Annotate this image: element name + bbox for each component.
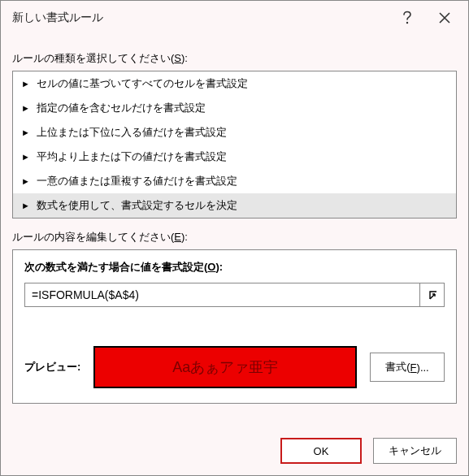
- rule-type-item[interactable]: ►平均より上または下の値だけを書式設定: [13, 145, 456, 169]
- format-preview: Aaあぁアァ亜宇: [93, 346, 357, 388]
- rule-type-accelerator: S: [174, 52, 181, 64]
- format-button[interactable]: 書式(F)...: [370, 353, 445, 382]
- triangle-right-icon: ►: [21, 153, 30, 162]
- format-btn-suffix: )...: [417, 361, 429, 374]
- dialog-new-formatting-rule: 新しい書式ルール ルールの種類を選択してください(S): ►セルの値に基づいてす…: [0, 0, 469, 476]
- rule-type-label-suffix: ):: [181, 52, 188, 64]
- rule-type-listbox[interactable]: ►セルの値に基づいてすべてのセルを書式設定►指定の値を含むセルだけを書式設定►上…: [12, 71, 457, 219]
- cancel-button[interactable]: キャンセル: [373, 438, 457, 464]
- triangle-right-icon: ►: [21, 80, 30, 89]
- titlebar: 新しい書式ルール: [1, 1, 468, 35]
- rule-type-item[interactable]: ►指定の値を含むセルだけを書式設定: [13, 96, 456, 120]
- dialog-content: ルールの種類を選択してください(S): ►セルの値に基づいてすべてのセルを書式設…: [1, 35, 468, 428]
- rule-type-item[interactable]: ►数式を使用して、書式設定するセルを決定: [13, 193, 456, 218]
- rule-edit-fieldset: 次の数式を満たす場合に値を書式設定(O): プレビュー: Aaあぁアァ亜宇: [12, 249, 457, 404]
- rule-edit-label: ルールの内容を編集してください(E):: [12, 230, 457, 244]
- formula-row: [24, 283, 445, 307]
- rule-type-item-label: 一意の値または重複する値だけを書式設定: [37, 174, 237, 188]
- rule-edit-label-prefix: ルールの内容を編集してください(: [12, 231, 174, 243]
- help-icon: [402, 11, 413, 25]
- range-selector-icon: [427, 289, 438, 301]
- rule-type-label-prefix: ルールの種類を選択してください(: [12, 52, 174, 64]
- triangle-right-icon: ►: [21, 177, 30, 186]
- rule-type-item-label: 上位または下位に入る値だけを書式設定: [37, 125, 227, 140]
- rule-edit-label-suffix: ):: [181, 231, 188, 243]
- rule-type-item-label: 指定の値を含むセルだけを書式設定: [37, 101, 206, 115]
- cancel-button-label: キャンセル: [389, 444, 441, 458]
- preview-row: プレビュー: Aaあぁアァ亜宇 書式(F)...: [24, 346, 445, 388]
- rule-type-item-label: セルの値に基づいてすべてのセルを書式設定: [37, 76, 248, 91]
- formula-accelerator: O: [207, 261, 215, 273]
- formula-label-suffix: ):: [215, 261, 223, 273]
- rule-type-label: ルールの種類を選択してください(S):: [12, 51, 457, 66]
- format-btn-accelerator: F: [410, 361, 417, 374]
- format-btn-prefix: 書式(: [385, 360, 410, 374]
- close-icon: [439, 12, 450, 24]
- preview-label: プレビュー:: [24, 360, 80, 374]
- triangle-right-icon: ►: [21, 104, 30, 113]
- rule-type-item-label: 平均より上または下の値だけを書式設定: [37, 149, 227, 164]
- ok-button[interactable]: OK: [280, 438, 362, 464]
- formula-label: 次の数式を満たす場合に値を書式設定(O):: [24, 260, 445, 275]
- rule-type-item-label: 数式を使用して、書式設定するセルを決定: [37, 198, 237, 213]
- rule-type-item[interactable]: ►一意の値または重複する値だけを書式設定: [13, 169, 456, 193]
- formula-label-prefix: 次の数式を満たす場合に値を書式設定(: [24, 261, 207, 273]
- help-button[interactable]: [389, 2, 426, 34]
- svg-point-0: [406, 22, 408, 24]
- range-selector-button[interactable]: [419, 283, 444, 306]
- triangle-right-icon: ►: [21, 201, 30, 210]
- close-button[interactable]: [426, 2, 463, 34]
- dialog-title: 新しい書式ルール: [12, 11, 389, 25]
- formula-input[interactable]: [25, 283, 419, 306]
- preview-sample-text: Aaあぁアァ亜宇: [172, 357, 278, 377]
- ok-button-label: OK: [314, 445, 329, 457]
- rule-edit-accelerator: E: [174, 231, 181, 243]
- rule-type-item[interactable]: ►セルの値に基づいてすべてのセルを書式設定: [13, 71, 456, 96]
- triangle-right-icon: ►: [21, 128, 30, 137]
- dialog-footer: OK キャンセル: [1, 428, 468, 475]
- rule-type-item[interactable]: ►上位または下位に入る値だけを書式設定: [13, 120, 456, 145]
